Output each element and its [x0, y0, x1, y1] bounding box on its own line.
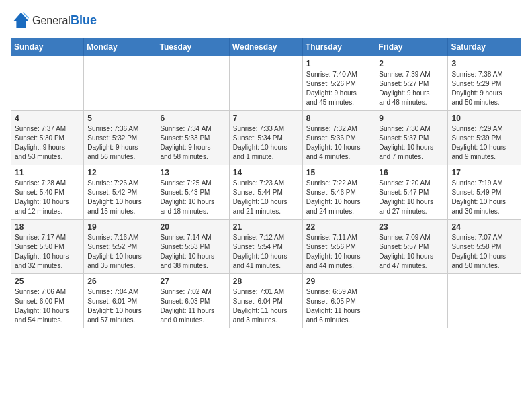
day-number: 2	[379, 59, 444, 68]
day-info: Sunrise: 7:39 AM Sunset: 5:27 PM Dayligh…	[379, 70, 444, 107]
day-number: 5	[87, 113, 152, 123]
day-number: 16	[379, 168, 444, 177]
day-info: Sunrise: 7:29 AM Sunset: 5:39 PM Dayligh…	[451, 124, 517, 162]
day-info: Sunrise: 7:06 AM Sunset: 6:00 PM Dayligh…	[15, 287, 80, 325]
calendar-table: SundayMondayTuesdayWednesdayThursdayFrid…	[11, 38, 521, 328]
day-info: Sunrise: 7:04 AM Sunset: 6:01 PM Dayligh…	[87, 287, 152, 325]
day-info: Sunrise: 7:30 AM Sunset: 5:37 PM Dayligh…	[379, 124, 444, 162]
calendar-cell: 26Sunrise: 7:04 AM Sunset: 6:01 PM Dayli…	[84, 274, 157, 328]
day-number: 3	[451, 59, 517, 68]
header-saturday: Saturday	[448, 38, 521, 56]
day-number: 12	[87, 168, 152, 177]
calendar-week-row: 11Sunrise: 7:28 AM Sunset: 5:40 PM Dayli…	[11, 165, 521, 220]
calendar-cell	[157, 56, 229, 111]
calendar-week-row: 1Sunrise: 7:40 AM Sunset: 5:26 PM Daylig…	[11, 56, 521, 111]
day-number: 23	[379, 222, 444, 232]
header-wednesday: Wednesday	[229, 38, 302, 56]
day-info: Sunrise: 7:28 AM Sunset: 5:40 PM Dayligh…	[15, 179, 80, 216]
calendar-cell: 24Sunrise: 7:07 AM Sunset: 5:58 PM Dayli…	[448, 220, 521, 274]
day-info: Sunrise: 7:38 AM Sunset: 5:29 PM Dayligh…	[451, 70, 517, 107]
day-info: Sunrise: 6:59 AM Sunset: 6:05 PM Dayligh…	[306, 287, 372, 325]
logo-blue-text: Blue	[71, 13, 97, 28]
logo-general-text: General	[32, 15, 71, 27]
calendar-cell: 16Sunrise: 7:20 AM Sunset: 5:47 PM Dayli…	[375, 165, 448, 220]
day-info: Sunrise: 7:37 AM Sunset: 5:30 PM Dayligh…	[15, 124, 80, 162]
day-number: 19	[87, 222, 152, 232]
calendar-cell: 25Sunrise: 7:06 AM Sunset: 6:00 PM Dayli…	[11, 274, 84, 328]
day-info: Sunrise: 7:22 AM Sunset: 5:46 PM Dayligh…	[306, 179, 372, 216]
day-number: 11	[15, 168, 80, 177]
day-info: Sunrise: 7:19 AM Sunset: 5:49 PM Dayligh…	[451, 179, 517, 216]
day-number: 25	[15, 277, 80, 286]
calendar-cell: 8Sunrise: 7:32 AM Sunset: 5:36 PM Daylig…	[302, 111, 375, 165]
day-number: 15	[306, 168, 372, 177]
header-tuesday: Tuesday	[157, 38, 229, 56]
calendar-cell	[229, 56, 302, 111]
day-number: 24	[451, 222, 517, 232]
day-number: 29	[306, 277, 372, 286]
header-friday: Friday	[375, 38, 448, 56]
calendar-cell: 27Sunrise: 7:02 AM Sunset: 6:03 PM Dayli…	[157, 274, 229, 328]
calendar-cell	[375, 274, 448, 328]
day-number: 7	[233, 113, 299, 123]
calendar-cell: 5Sunrise: 7:36 AM Sunset: 5:32 PM Daylig…	[84, 111, 157, 165]
calendar-cell: 14Sunrise: 7:23 AM Sunset: 5:44 PM Dayli…	[229, 165, 302, 220]
calendar-cell: 22Sunrise: 7:11 AM Sunset: 5:56 PM Dayli…	[302, 220, 375, 274]
day-info: Sunrise: 7:25 AM Sunset: 5:43 PM Dayligh…	[161, 179, 226, 216]
day-number: 26	[87, 277, 152, 286]
day-info: Sunrise: 7:40 AM Sunset: 5:26 PM Dayligh…	[306, 70, 372, 107]
header-monday: Monday	[84, 38, 157, 56]
day-number: 8	[306, 113, 372, 123]
calendar-cell: 12Sunrise: 7:26 AM Sunset: 5:42 PM Dayli…	[84, 165, 157, 220]
day-info: Sunrise: 7:07 AM Sunset: 5:58 PM Dayligh…	[451, 233, 517, 271]
day-number: 22	[306, 222, 372, 232]
day-info: Sunrise: 7:32 AM Sunset: 5:36 PM Dayligh…	[306, 124, 372, 162]
page-header: General Blue	[11, 11, 521, 30]
svg-marker-0	[13, 13, 28, 28]
day-info: Sunrise: 7:26 AM Sunset: 5:42 PM Dayligh…	[87, 179, 152, 216]
day-info: Sunrise: 7:14 AM Sunset: 5:53 PM Dayligh…	[161, 233, 226, 271]
day-number: 28	[233, 277, 299, 286]
calendar-cell: 15Sunrise: 7:22 AM Sunset: 5:46 PM Dayli…	[302, 165, 375, 220]
calendar-cell: 1Sunrise: 7:40 AM Sunset: 5:26 PM Daylig…	[302, 56, 375, 111]
calendar-cell: 13Sunrise: 7:25 AM Sunset: 5:43 PM Dayli…	[157, 165, 229, 220]
calendar-cell: 11Sunrise: 7:28 AM Sunset: 5:40 PM Dayli…	[11, 165, 84, 220]
calendar-cell	[448, 274, 521, 328]
day-info: Sunrise: 7:20 AM Sunset: 5:47 PM Dayligh…	[379, 179, 444, 216]
day-number: 17	[451, 168, 517, 177]
calendar-week-row: 25Sunrise: 7:06 AM Sunset: 6:00 PM Dayli…	[11, 274, 521, 328]
calendar-cell: 20Sunrise: 7:14 AM Sunset: 5:53 PM Dayli…	[157, 220, 229, 274]
day-info: Sunrise: 7:12 AM Sunset: 5:54 PM Dayligh…	[233, 233, 299, 271]
day-info: Sunrise: 7:34 AM Sunset: 5:33 PM Dayligh…	[161, 124, 226, 162]
calendar-cell: 21Sunrise: 7:12 AM Sunset: 5:54 PM Dayli…	[229, 220, 302, 274]
day-number: 4	[15, 113, 80, 123]
calendar-cell: 9Sunrise: 7:30 AM Sunset: 5:37 PM Daylig…	[375, 111, 448, 165]
calendar-week-row: 18Sunrise: 7:17 AM Sunset: 5:50 PM Dayli…	[11, 220, 521, 274]
day-number: 13	[161, 168, 226, 177]
calendar-cell: 23Sunrise: 7:09 AM Sunset: 5:57 PM Dayli…	[375, 220, 448, 274]
day-number: 20	[161, 222, 226, 232]
calendar-cell: 4Sunrise: 7:37 AM Sunset: 5:30 PM Daylig…	[11, 111, 84, 165]
day-info: Sunrise: 7:17 AM Sunset: 5:50 PM Dayligh…	[15, 233, 80, 271]
day-number: 6	[161, 113, 226, 123]
day-number: 18	[15, 222, 80, 232]
calendar-cell: 29Sunrise: 6:59 AM Sunset: 6:05 PM Dayli…	[302, 274, 375, 328]
calendar-cell: 7Sunrise: 7:33 AM Sunset: 5:34 PM Daylig…	[229, 111, 302, 165]
calendar-cell: 3Sunrise: 7:38 AM Sunset: 5:29 PM Daylig…	[448, 56, 521, 111]
day-info: Sunrise: 7:33 AM Sunset: 5:34 PM Dayligh…	[233, 124, 299, 162]
header-thursday: Thursday	[302, 38, 375, 56]
day-number: 9	[379, 113, 444, 123]
day-info: Sunrise: 7:16 AM Sunset: 5:52 PM Dayligh…	[87, 233, 152, 271]
calendar-cell: 19Sunrise: 7:16 AM Sunset: 5:52 PM Dayli…	[84, 220, 157, 274]
day-info: Sunrise: 7:36 AM Sunset: 5:32 PM Dayligh…	[87, 124, 152, 162]
calendar-week-row: 4Sunrise: 7:37 AM Sunset: 5:30 PM Daylig…	[11, 111, 521, 165]
day-info: Sunrise: 7:01 AM Sunset: 6:04 PM Dayligh…	[233, 287, 299, 325]
calendar-cell: 18Sunrise: 7:17 AM Sunset: 5:50 PM Dayli…	[11, 220, 84, 274]
calendar-cell: 2Sunrise: 7:39 AM Sunset: 5:27 PM Daylig…	[375, 56, 448, 111]
day-info: Sunrise: 7:02 AM Sunset: 6:03 PM Dayligh…	[161, 287, 226, 325]
calendar-cell: 17Sunrise: 7:19 AM Sunset: 5:49 PM Dayli…	[448, 165, 521, 220]
calendar-cell	[11, 56, 84, 111]
day-info: Sunrise: 7:09 AM Sunset: 5:57 PM Dayligh…	[379, 233, 444, 271]
header-sunday: Sunday	[11, 38, 84, 56]
day-number: 27	[161, 277, 226, 286]
